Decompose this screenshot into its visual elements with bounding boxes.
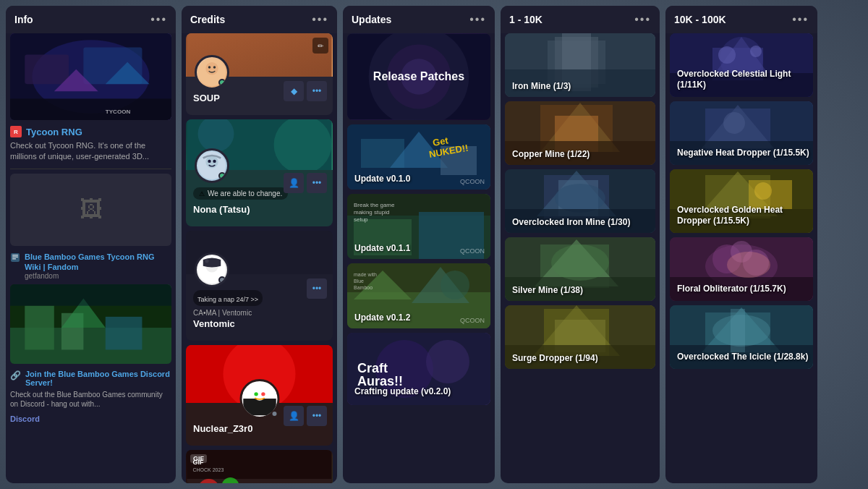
svg-point-133 (727, 252, 770, 278)
svg-text:CHOCK 2023: CHOCK 2023 (193, 467, 224, 472)
svg-point-26 (274, 119, 332, 170)
gif-badge-wrap: GIF (190, 454, 207, 463)
update-card-release[interactable]: Release Patches (347, 33, 490, 120)
svg-rect-46 (187, 450, 332, 483)
mine-card-surge[interactable]: Surge Dropper (1/94) (505, 305, 655, 369)
update-card-012[interactable]: made with Blue Bamboo Update v0.1.2 QCOO… (347, 263, 490, 328)
credits-column-header: Credits ••• (182, 6, 337, 33)
game-brand: R Tycoon RNG (10, 126, 171, 137)
mine-card-silver[interactable]: Silver Mine (1/38) (505, 237, 655, 301)
item-card-golden[interactable]: Overclocked Golden Heat Dropper (1/15.5K… (670, 169, 813, 233)
svg-text:Break the game: Break the game (354, 202, 395, 208)
svg-point-115 (750, 46, 762, 57)
discord-title[interactable]: Join the Blue Bamboo Games Discord Serve… (25, 370, 171, 387)
10k-100k-menu-button[interactable]: ••• (792, 13, 809, 26)
svg-rect-9 (12, 255, 18, 256)
update-card-010[interactable]: Get NUKED!! Update v0.1.0 QCOON (347, 124, 490, 190)
item-card-floral[interactable]: Floral Obliterator (1/15.7K) (670, 237, 813, 301)
discord-description: Check out the Blue Bamboo Games communit… (10, 390, 171, 409)
nuclear-avatar-wrap (239, 379, 279, 419)
svg-rect-139 (731, 309, 745, 352)
mine-card-copper[interactable]: Copper Mine (1/22) (505, 101, 655, 165)
1-10k-menu-button[interactable]: ••• (634, 13, 651, 26)
credit-card-gif: GIF CHOCK 2023 GIF 👤 ••• GIF (186, 450, 333, 483)
wiki-link[interactable]: Blue Bamboo Games Tycoon RNG Wiki | Fand… (10, 252, 171, 281)
updates-column-header: Updates ••• (343, 6, 495, 33)
updates-content: Release Patches Get NUKED!! Update v0.1.… (343, 33, 495, 483)
svg-rect-18 (10, 284, 171, 306)
discord-content: Join the Blue Bamboo Games Discord Serve… (25, 370, 171, 387)
svg-rect-6 (10, 98, 171, 120)
release-banner: Release Patches (347, 33, 490, 120)
svg-text:made with: made with (354, 272, 377, 277)
ventomic-actions: ••• (307, 278, 327, 299)
nona-status: ⚠ We are able to change. (193, 187, 288, 200)
svg-point-80 (426, 340, 469, 383)
soup-edit-button[interactable]: ✏ (312, 38, 328, 54)
update-012-label: Update v0.1.2 (354, 312, 410, 323)
info-menu-button[interactable]: ••• (150, 13, 167, 26)
heat-dropper-label: Negative Heat Dropper (1/15.5K) (677, 148, 809, 159)
nona-more-button[interactable]: ••• (307, 173, 327, 193)
gif-badge: GIF (190, 454, 207, 463)
svg-text:making stupid: making stupid (354, 209, 389, 216)
mine-card-iron-oc[interactable]: Overclocked Iron Mine (1/30) (505, 169, 655, 233)
nona-avatar (195, 148, 229, 183)
game-title[interactable]: Tycoon RNG (26, 127, 82, 137)
ventomic-avatar-wrap (195, 252, 229, 287)
nona-add-button[interactable]: 👤 (284, 173, 304, 193)
update-011-watermark: QCOON (460, 247, 485, 255)
gif-banner-bg: GIF CHOCK 2023 (186, 450, 333, 483)
svg-rect-11 (12, 258, 16, 260)
mine-card-iron[interactable]: Iron Mine (1/3) (505, 33, 655, 97)
item-card-celestial[interactable]: Overclocked Celestial Light (1/11K) (670, 33, 813, 97)
game-banner-inner: TYCOON (10, 33, 171, 120)
celestial-label: Overclocked Celestial Light (1/11K) (677, 69, 813, 91)
nona-status-icon: ⚠ (199, 190, 205, 197)
ventomic-more-button[interactable]: ••• (307, 278, 327, 299)
item-card-heat-dropper[interactable]: Negative Heat Dropper (1/15.5K) (670, 101, 813, 165)
svg-point-97 (555, 184, 605, 213)
credits-menu-button[interactable]: ••• (312, 13, 328, 26)
column-10k-100k: 10K - 100K ••• Overclocked Celestial Lig… (665, 6, 817, 483)
roblox-icon: R (10, 126, 22, 137)
icicle-label: Overclocked The Icicle (1/28.8k) (677, 352, 808, 363)
gif-banner: GIF CHOCK 2023 GIF (186, 450, 333, 483)
nuclear-add-button[interactable]: 👤 (284, 406, 304, 426)
update-011-label: Update v0.1.1 (354, 243, 410, 253)
updates-menu-button[interactable]: ••• (469, 13, 486, 26)
svg-point-23 (208, 66, 211, 69)
svg-point-31 (213, 160, 216, 163)
nuclear-more-button[interactable]: ••• (307, 406, 327, 426)
ventomic-sub-name: CA•MA | Ventomic (193, 309, 326, 317)
svg-point-37 (205, 259, 208, 263)
update-card-011[interactable]: Break the game making stupid setup Updat… (347, 194, 490, 259)
svg-text:Craft: Craft (357, 361, 388, 375)
world-image (10, 284, 171, 364)
10k-100k-title: 10K - 100K (674, 14, 726, 25)
item-card-icicle[interactable]: Overclocked The Icicle (1/28.8k) (670, 305, 813, 369)
soup-more-button[interactable]: ••• (307, 81, 327, 101)
discord-link[interactable]: 🔗 Join the Blue Bamboo Games Discord Ser… (10, 370, 171, 387)
nuclear-actions: 👤 ••• (284, 406, 327, 426)
update-card-craft[interactable]: Craft Auras!! Crafting update (v0.2.0) (347, 333, 490, 405)
game-description: Check out Tycoon RNG. It's one of the mi… (10, 140, 171, 163)
svg-point-44 (254, 392, 258, 396)
updates-column: Updates ••• Release Patches (343, 6, 495, 483)
credits-content: ✏ ◆ ••• SOUP (182, 33, 337, 483)
image-placeholder-icon: 🖼 (80, 196, 103, 223)
ventomic-banner (186, 231, 333, 274)
update-010-watermark: QCOON (460, 178, 485, 185)
game-banner-svg: TYCOON (10, 33, 171, 120)
credits-column: Credits ••• (182, 6, 337, 483)
wiki-link-title[interactable]: Blue Bamboo Games Tycoon RNG Wiki | Fand… (25, 252, 171, 273)
column-1-10k: 1 - 10K ••• Iron Mine (1/3) (501, 6, 660, 483)
soup-avatar-wrap (195, 55, 229, 90)
10k-100k-column-header: 10K - 100K ••• (665, 6, 817, 33)
soup-message-button[interactable]: ◆ (284, 81, 304, 101)
wiki-icon-svg (10, 252, 20, 263)
placeholder-image: 🖼 (10, 174, 171, 246)
10k-100k-content: Overclocked Celestial Light (1/11K) Nega… (665, 33, 817, 483)
silver-mine-label: Silver Mine (1/38) (512, 285, 583, 295)
golden-label: Overclocked Golden Heat Dropper (1/15.5K… (677, 205, 813, 227)
